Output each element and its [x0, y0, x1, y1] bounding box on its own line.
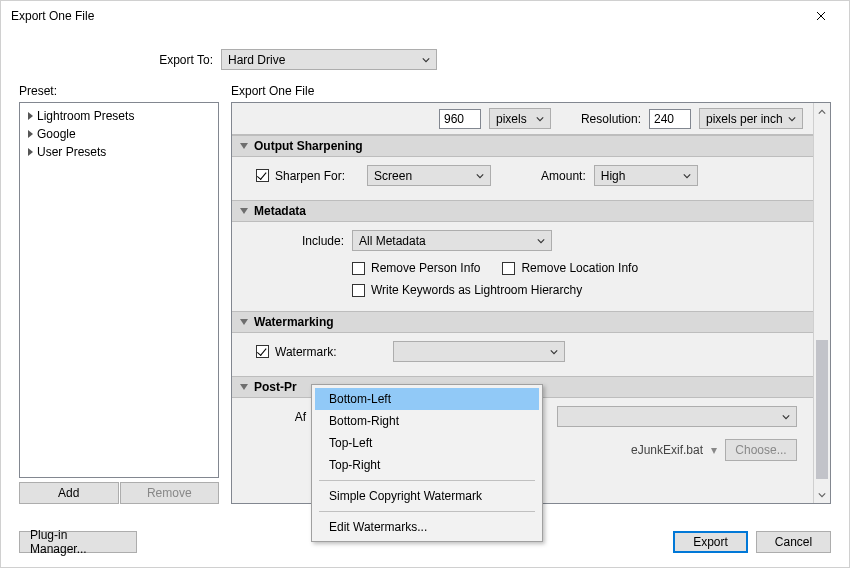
watermark-checkbox[interactable]: Watermark:: [256, 345, 337, 359]
amount-label: Amount:: [541, 169, 586, 183]
scrollbar-thumb[interactable]: [816, 340, 828, 479]
watermark-option-top-left[interactable]: Top-Left: [315, 432, 539, 454]
preset-item-label: User Presets: [37, 145, 106, 159]
plugin-manager-button[interactable]: Plug-in Manager...: [19, 531, 137, 553]
checkbox-icon: [352, 284, 365, 297]
watermark-option-top-right[interactable]: Top-Right: [315, 454, 539, 476]
chevron-down-icon: [683, 169, 691, 183]
dimension-unit-select[interactable]: pixels: [489, 108, 551, 129]
sharpen-for-value: Screen: [374, 169, 412, 183]
preset-item-label: Google: [37, 127, 76, 141]
scroll-up-button[interactable]: [814, 103, 830, 120]
export-to-label: Export To:: [1, 53, 221, 67]
watermark-option-simple[interactable]: Simple Copyright Watermark: [315, 485, 539, 507]
remove-preset-button[interactable]: Remove: [120, 482, 220, 504]
watermark-label: Watermark:: [275, 345, 337, 359]
remove-location-info-checkbox[interactable]: Remove Location Info: [502, 261, 638, 275]
chevron-down-icon: [536, 112, 544, 126]
dimension-unit-value: pixels: [496, 112, 527, 126]
chevron-down-icon: [240, 319, 248, 325]
group-output-sharpening[interactable]: Output Sharpening: [232, 135, 813, 157]
write-keywords-checkbox[interactable]: Write Keywords as Lightroom Hierarchy: [352, 283, 582, 297]
chevron-down-icon: [476, 169, 484, 183]
resolution-label: Resolution:: [581, 112, 641, 126]
amount-select[interactable]: High: [594, 165, 698, 186]
group-header-label: Watermarking: [254, 315, 334, 329]
preset-item[interactable]: User Presets: [24, 143, 214, 161]
checkbox-icon: [502, 262, 515, 275]
preset-item-label: Lightroom Presets: [37, 109, 134, 123]
close-icon: [816, 11, 826, 21]
group-header-label: Metadata: [254, 204, 306, 218]
chevron-right-icon: [28, 112, 33, 120]
chevron-down-icon: [240, 384, 248, 390]
sharpen-for-select[interactable]: Screen: [367, 165, 491, 186]
preset-label: Preset:: [19, 84, 219, 98]
cancel-button[interactable]: Cancel: [756, 531, 831, 553]
chevron-right-icon: [28, 148, 33, 156]
application-path: eJunkExif.bat: [631, 443, 703, 457]
chevron-right-icon: [28, 130, 33, 138]
chevron-down-icon: ▾: [711, 443, 717, 457]
remove-person-info-checkbox[interactable]: Remove Person Info: [352, 261, 480, 275]
chevron-down-icon: [550, 345, 558, 359]
watermark-select[interactable]: [393, 341, 565, 362]
group-header-label: Output Sharpening: [254, 139, 363, 153]
resolution-unit-value: pixels per inch: [706, 112, 783, 126]
watermark-dropdown[interactable]: Bottom-Left Bottom-Right Top-Left Top-Ri…: [311, 384, 543, 542]
preset-item[interactable]: Lightroom Presets: [24, 107, 214, 125]
preset-item[interactable]: Google: [24, 125, 214, 143]
group-metadata[interactable]: Metadata: [232, 200, 813, 222]
choose-button[interactable]: Choose...: [725, 439, 797, 461]
chevron-down-icon: [788, 112, 796, 126]
dimension-input[interactable]: [439, 109, 481, 129]
amount-value: High: [601, 169, 626, 183]
scrollbar-track[interactable]: [814, 120, 830, 486]
after-export-select[interactable]: [557, 406, 797, 427]
include-label: Include:: [256, 234, 344, 248]
include-value: All Metadata: [359, 234, 426, 248]
chevron-down-icon: [240, 143, 248, 149]
image-sizing-row: pixels Resolution: pixels per inch: [232, 103, 813, 135]
remove-location-label: Remove Location Info: [521, 261, 638, 275]
window-title: Export One File: [11, 9, 801, 23]
export-to-value: Hard Drive: [228, 53, 285, 67]
vertical-scrollbar[interactable]: [813, 103, 830, 503]
remove-person-label: Remove Person Info: [371, 261, 480, 275]
checkbox-icon: [352, 262, 365, 275]
write-keywords-label: Write Keywords as Lightroom Hierarchy: [371, 283, 582, 297]
include-select[interactable]: All Metadata: [352, 230, 552, 251]
chevron-down-icon: [537, 234, 545, 248]
chevron-up-icon: [818, 108, 826, 116]
export-pane-label: Export One File: [231, 84, 831, 98]
preset-list[interactable]: Lightroom Presets Google User Presets: [19, 102, 219, 478]
chevron-down-icon: [818, 491, 826, 499]
checkbox-icon: [256, 169, 269, 182]
watermark-option-bottom-left[interactable]: Bottom-Left: [315, 388, 539, 410]
checkbox-icon: [256, 345, 269, 358]
add-preset-button[interactable]: Add: [19, 482, 119, 504]
close-button[interactable]: [801, 2, 841, 30]
group-watermarking[interactable]: Watermarking: [232, 311, 813, 333]
export-button[interactable]: Export: [673, 531, 748, 553]
watermark-option-edit[interactable]: Edit Watermarks...: [315, 516, 539, 538]
separator: [319, 480, 535, 481]
chevron-down-icon: [240, 208, 248, 214]
watermark-option-bottom-right[interactable]: Bottom-Right: [315, 410, 539, 432]
chevron-down-icon: [422, 53, 430, 67]
resolution-unit-select[interactable]: pixels per inch: [699, 108, 803, 129]
resolution-input[interactable]: [649, 109, 691, 129]
chevron-down-icon: [782, 410, 790, 424]
separator: [319, 511, 535, 512]
scroll-down-button[interactable]: [814, 486, 830, 503]
export-to-select[interactable]: Hard Drive: [221, 49, 437, 70]
after-export-label: Af: [256, 410, 306, 424]
sharpen-for-checkbox[interactable]: Sharpen For:: [256, 169, 345, 183]
group-header-label: Post-Pr: [254, 380, 297, 394]
sharpen-for-label: Sharpen For:: [275, 169, 345, 183]
